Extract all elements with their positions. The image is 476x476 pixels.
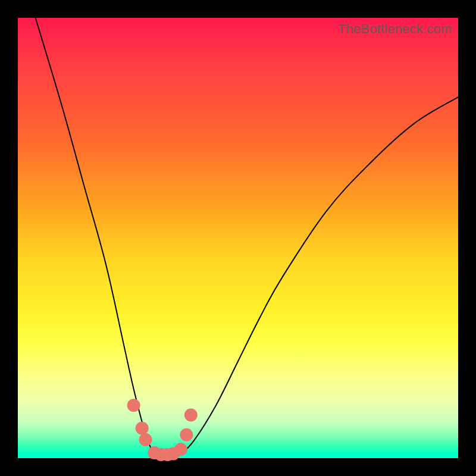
highlight-dot — [174, 443, 187, 456]
highlight-dot — [136, 422, 149, 435]
highlight-dot — [184, 408, 198, 421]
highlight-dot — [139, 433, 152, 446]
chart-svg — [18, 18, 458, 458]
highlight-dot — [127, 399, 140, 412]
plot-area: TheBottleneck.com — [18, 18, 458, 458]
highlight-dots — [127, 399, 198, 461]
highlight-dot — [180, 428, 193, 441]
bottleneck-curve — [36, 18, 458, 459]
chart-frame: TheBottleneck.com — [0, 0, 476, 476]
